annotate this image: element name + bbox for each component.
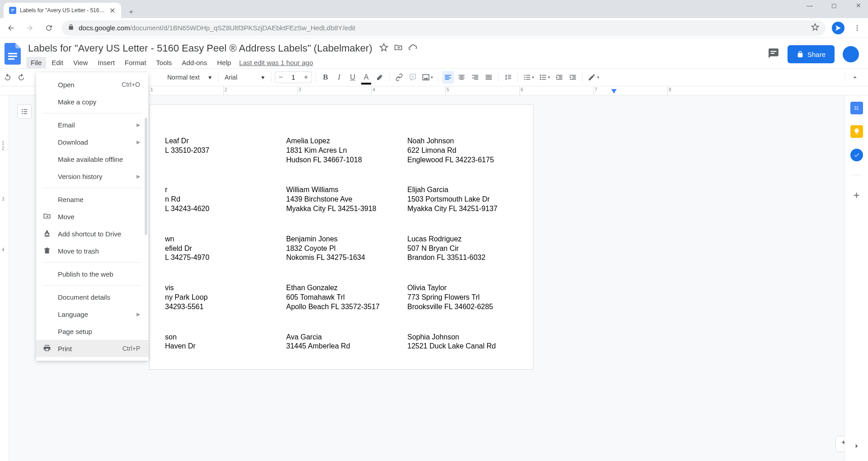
undo-button[interactable] xyxy=(2,71,14,84)
font-family-select[interactable]: Arial ▾ xyxy=(222,71,267,84)
label-cell[interactable]: Ava Garcia31445 Amberlea Rd xyxy=(286,333,396,352)
browser-tab[interactable]: Labels for "Avery US Letter - 516… ✕ xyxy=(4,3,121,18)
keep-addon-icon[interactable] xyxy=(850,125,863,138)
get-addons-button[interactable]: + xyxy=(853,189,859,202)
vertical-ruler[interactable]: 1 2 3 4 xyxy=(0,95,9,461)
align-justify-button[interactable] xyxy=(483,71,495,84)
insert-link-button[interactable] xyxy=(393,71,405,84)
nav-reload-button[interactable] xyxy=(42,22,55,34)
paragraph-style-select[interactable]: Normal text ▾ xyxy=(165,71,214,84)
menu-edit[interactable]: Edit xyxy=(47,57,68,68)
italic-button[interactable]: I xyxy=(333,71,345,84)
bookmark-star-icon[interactable] xyxy=(811,23,819,33)
svg-point-15 xyxy=(540,79,541,80)
ruler-right-margin-icon[interactable] xyxy=(611,89,617,94)
menu-item-language[interactable]: Language▶ xyxy=(36,306,148,323)
checklist-button[interactable]: ▾ xyxy=(522,71,536,84)
bulleted-list-button[interactable]: ▾ xyxy=(538,71,552,84)
account-avatar[interactable] xyxy=(843,46,859,62)
editing-mode-button[interactable]: ▾ xyxy=(586,71,601,84)
menu-item-open[interactable]: OpenCtrl+O xyxy=(36,76,148,93)
menu-insert[interactable]: Insert xyxy=(93,57,119,68)
document-title[interactable]: Labels for "Avery US Letter - 5160 Easy … xyxy=(26,42,374,55)
align-right-button[interactable] xyxy=(469,71,481,84)
cloud-status-icon[interactable] xyxy=(408,43,417,54)
window-minimize-icon[interactable]: ― xyxy=(803,2,816,9)
redo-button[interactable] xyxy=(15,71,27,84)
menu-item-make-copy[interactable]: Make a copy xyxy=(36,93,148,110)
highlight-button[interactable] xyxy=(374,71,386,84)
share-button[interactable]: Share xyxy=(788,45,835,63)
last-edit-text[interactable]: Last edit was 1 hour ago xyxy=(239,59,313,66)
nav-back-button[interactable] xyxy=(5,22,17,34)
label-cell[interactable]: visny Park Loop34293-5561 xyxy=(165,283,275,311)
window-close-icon[interactable]: ✕ xyxy=(852,2,865,9)
collapse-toolbar-button[interactable] xyxy=(849,71,861,84)
font-size-decrease[interactable]: − xyxy=(275,73,286,81)
underline-button[interactable]: U xyxy=(347,71,359,84)
menu-view[interactable]: View xyxy=(69,57,92,68)
star-document-icon[interactable] xyxy=(379,43,388,54)
line-spacing-button[interactable] xyxy=(502,71,514,84)
menu-item-offline[interactable]: Make available offline xyxy=(36,151,148,168)
menu-item-version-history[interactable]: Version history▶ xyxy=(36,168,148,185)
label-cell[interactable]: rn RdL 34243-4620 xyxy=(165,185,275,213)
menu-format[interactable]: Format xyxy=(120,57,151,68)
move-document-icon[interactable] xyxy=(394,43,403,54)
profile-avatar-icon[interactable] xyxy=(832,22,844,34)
label-address: 1832 Coyote Pl xyxy=(286,244,396,254)
docs-logo-icon[interactable] xyxy=(4,42,22,66)
menu-item-details[interactable]: Document details xyxy=(36,288,148,306)
label-cell[interactable]: sonHaven Dr xyxy=(165,333,275,352)
label-cell[interactable]: Benjamin Jones1832 Coyote PlNokomis FL 3… xyxy=(286,235,396,263)
menu-item-rename[interactable]: Rename xyxy=(36,191,148,208)
bold-button[interactable]: B xyxy=(320,71,331,84)
menu-item-download[interactable]: Download▶ xyxy=(36,133,148,151)
menu-item-page-setup[interactable]: Page setup xyxy=(36,323,148,340)
comments-icon[interactable] xyxy=(768,47,779,61)
decrease-indent-button[interactable] xyxy=(553,71,565,84)
align-left-button[interactable] xyxy=(442,71,454,84)
menu-help[interactable]: Help xyxy=(212,57,236,68)
calendar-addon-icon[interactable]: 31 xyxy=(850,102,863,114)
menu-item-move[interactable]: Move xyxy=(36,208,148,225)
label-cell[interactable]: William Williams1439 Birchstone AveMyakk… xyxy=(286,185,396,213)
label-cell[interactable]: wnefield DrL 34275-4970 xyxy=(165,235,275,263)
tab-close-icon[interactable]: ✕ xyxy=(108,7,116,14)
window-maximize-icon[interactable]: ◻ xyxy=(827,2,841,9)
add-comment-button[interactable] xyxy=(407,71,419,84)
menu-item-add-shortcut[interactable]: Add shortcut to Drive xyxy=(36,225,148,242)
lock-icon xyxy=(68,24,74,32)
menu-addons[interactable]: Add-ons xyxy=(177,57,212,68)
hide-side-panel-button[interactable] xyxy=(853,442,861,452)
menu-item-print[interactable]: PrintCtrl+P xyxy=(36,340,148,357)
menu-item-email[interactable]: Email▶ xyxy=(36,116,148,133)
omnibox[interactable]: docs.google.com/document/d/1BN65WDHp_qSZ… xyxy=(61,20,826,36)
increase-indent-button[interactable] xyxy=(567,71,579,84)
label-cell[interactable]: Ethan Gonzalez605 Tomahawk TrlApollo Bea… xyxy=(286,283,396,311)
document-page[interactable]: Leaf DrL 33510-2037Amelia Lopez1831 Kim … xyxy=(149,104,533,370)
label-cell[interactable]: Lucas Rodriguez507 N Bryan CirBrandon FL… xyxy=(407,235,518,263)
new-tab-button[interactable]: ＋ xyxy=(125,5,137,18)
align-center-button[interactable] xyxy=(456,71,467,84)
label-cell[interactable]: Sophia Johnson12521 Duck Lake Canal Rd xyxy=(407,333,518,352)
menu-item-publish[interactable]: Publish to the web xyxy=(36,265,148,282)
label-cell[interactable]: Noah Johnson622 Limona RdEnglewood FL 34… xyxy=(407,136,518,165)
font-size-increase[interactable]: + xyxy=(301,73,311,81)
show-outline-button[interactable] xyxy=(17,104,32,119)
font-size-stepper[interactable]: − + xyxy=(275,71,312,83)
menu-scrollbar[interactable] xyxy=(145,118,147,235)
tasks-addon-icon[interactable] xyxy=(850,149,863,161)
menu-tools[interactable]: Tools xyxy=(151,57,176,68)
label-cell[interactable]: Elijah Garcia1503 Portsmouth Lake DrMyak… xyxy=(407,185,518,213)
text-color-button[interactable]: A xyxy=(360,71,372,84)
menu-file[interactable]: File xyxy=(26,57,46,68)
menu-item-trash[interactable]: Move to trash xyxy=(36,242,148,259)
font-size-input[interactable] xyxy=(286,73,301,81)
label-cell[interactable]: Leaf DrL 33510-2037 xyxy=(165,136,275,165)
label-cell[interactable]: Olivia Taylor773 Spring Flowers TrlBrook… xyxy=(407,283,518,311)
label-cell[interactable]: Amelia Lopez1831 Kim Acres LnHudson FL 3… xyxy=(286,136,396,165)
insert-image-button[interactable]: ▾ xyxy=(420,71,434,84)
browser-menu-icon[interactable] xyxy=(851,22,863,34)
nav-forward-button[interactable] xyxy=(24,22,36,34)
